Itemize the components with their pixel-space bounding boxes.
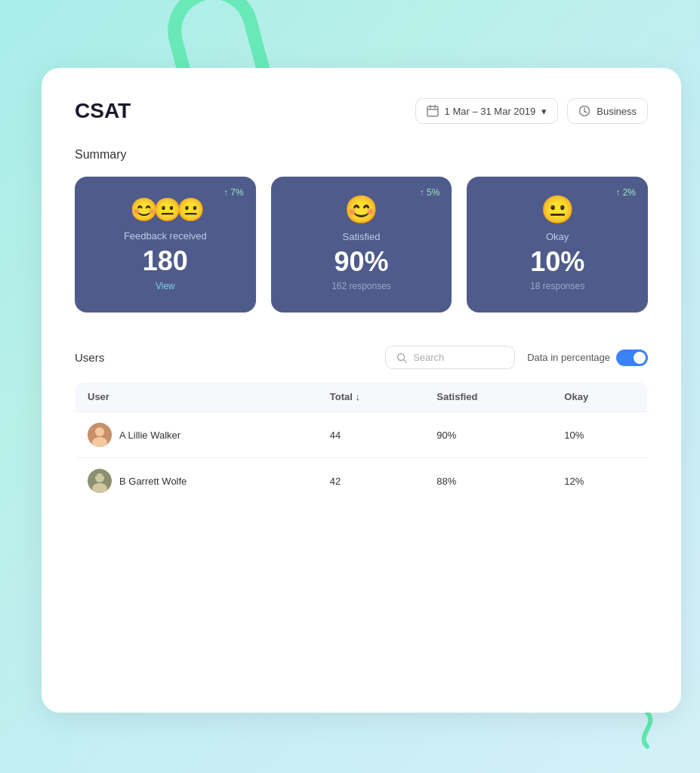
total-cell-2: 42 [318, 458, 425, 504]
feedback-badge: ↑ 7% [224, 187, 244, 198]
okay-cell-1: 10% [552, 412, 647, 458]
svg-rect-0 [427, 106, 438, 116]
satisfied-cell-1: 90% [424, 412, 552, 458]
satisfied-emoji: 😊 [344, 196, 378, 223]
avatar-2 [88, 469, 112, 493]
user-cell-2: B Garrett Wolfe [76, 458, 318, 504]
date-range-label: 1 Mar – 31 Mar 2019 [445, 106, 536, 117]
avatar-1 [88, 423, 112, 447]
calendar-icon [427, 105, 439, 117]
card-header: CSAT 1 Mar – 31 Mar 2019 ▾ Business [75, 98, 648, 124]
search-input[interactable] [413, 352, 504, 363]
users-header: Users Data in percentage [75, 346, 648, 369]
emoji-neutral-2: 😐 [177, 196, 205, 223]
users-title: Users [75, 351, 104, 364]
summary-section: Summary ↑ 7% 😊 😐 😐 Feedback received 180… [75, 148, 648, 313]
data-percentage-control: Data in percentage [527, 350, 648, 366]
total-cell-1: 44 [318, 412, 425, 458]
user-name-2: B Garrett Wolfe [119, 476, 187, 487]
page-title: CSAT [75, 99, 131, 123]
users-controls: Data in percentage [385, 346, 648, 369]
table-header-row: User Total ↓ Satisfied Okay [76, 382, 648, 412]
feedback-value: 180 [143, 246, 188, 276]
okay-responses: 18 responses [530, 281, 584, 291]
users-table: User Total ↓ Satisfied Okay [75, 381, 648, 504]
summary-title: Summary [75, 148, 648, 162]
col-okay: Okay [552, 382, 647, 412]
satisfied-responses: 162 responses [331, 281, 391, 291]
chevron-down-icon: ▾ [541, 106, 547, 117]
search-icon [396, 353, 407, 363]
svg-line-8 [404, 359, 407, 362]
okay-badge: ↑ 2% [615, 187, 636, 198]
okay-emoji: 😐 [541, 196, 575, 223]
col-satisfied: Satisfied [424, 382, 552, 412]
table-row: A Lillie Walker 44 90% 10% [76, 412, 648, 458]
date-range-picker[interactable]: 1 Mar – 31 Mar 2019 ▾ [415, 98, 559, 124]
col-user: User [76, 382, 318, 412]
satisfied-cell-2: 88% [424, 458, 552, 504]
satisfied-card: ↑ 5% 😊 Satisfied 90% 162 responses [271, 177, 452, 313]
svg-line-6 [584, 112, 587, 113]
feedback-label: Feedback received [124, 230, 207, 242]
svg-point-10 [95, 427, 104, 436]
data-percentage-toggle[interactable] [616, 350, 648, 366]
data-percentage-label: Data in percentage [527, 352, 610, 363]
business-button[interactable]: Business [567, 98, 648, 124]
table-body: A Lillie Walker 44 90% 10% [76, 412, 648, 504]
header-controls: 1 Mar – 31 Mar 2019 ▾ Business [415, 98, 648, 124]
okay-label: Okay [546, 231, 569, 242]
table-head: User Total ↓ Satisfied Okay [76, 382, 648, 412]
summary-cards: ↑ 7% 😊 😐 😐 Feedback received 180 View ↑ … [75, 177, 648, 313]
table-row: B Garrett Wolfe 42 88% 12% [76, 458, 648, 504]
business-label: Business [597, 106, 637, 117]
satisfied-label: Satisfied [343, 231, 381, 242]
okay-cell-2: 12% [552, 458, 647, 504]
feedback-card: ↑ 7% 😊 😐 😐 Feedback received 180 View [75, 177, 256, 313]
satisfied-badge: ↑ 5% [420, 187, 440, 198]
user-name-1: A Lillie Walker [119, 430, 180, 441]
okay-card: ↑ 2% 😐 Okay 10% 18 responses [467, 177, 648, 313]
feedback-emojis: 😊 😐 😐 [130, 196, 200, 223]
search-box[interactable] [385, 346, 515, 369]
clock-icon [578, 105, 591, 117]
col-total[interactable]: Total ↓ [318, 382, 425, 412]
feedback-view-link[interactable]: View [156, 281, 175, 291]
user-cell-1: A Lillie Walker [76, 412, 318, 458]
satisfied-value: 90% [334, 247, 388, 277]
users-section: Users Data in percentage [75, 346, 648, 504]
main-card: CSAT 1 Mar – 31 Mar 2019 ▾ Business [42, 68, 681, 713]
okay-value: 10% [530, 247, 584, 277]
